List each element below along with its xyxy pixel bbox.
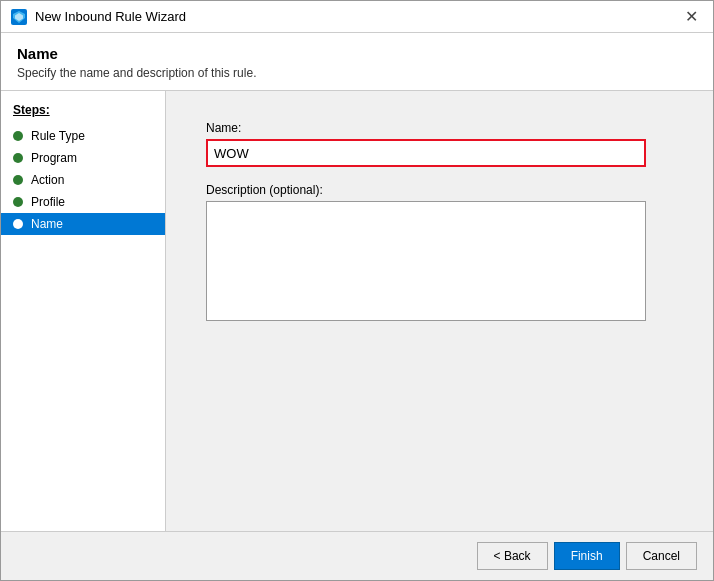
step-dot-name bbox=[13, 219, 23, 229]
title-bar: New Inbound Rule Wizard ✕ bbox=[1, 1, 713, 33]
finish-button[interactable]: Finish bbox=[554, 542, 620, 570]
wizard-window: New Inbound Rule Wizard ✕ Name Specify t… bbox=[0, 0, 714, 581]
back-button[interactable]: < Back bbox=[477, 542, 548, 570]
cancel-button[interactable]: Cancel bbox=[626, 542, 697, 570]
main-area: Steps: Rule Type Program Action Profile … bbox=[1, 91, 713, 531]
description-label: Description (optional): bbox=[206, 183, 673, 197]
form-panel: Name: Description (optional): bbox=[166, 91, 713, 531]
step-dot-rule-type bbox=[13, 131, 23, 141]
title-bar-text: New Inbound Rule Wizard bbox=[35, 9, 677, 24]
step-dot-profile bbox=[13, 197, 23, 207]
sidebar-item-profile[interactable]: Profile bbox=[1, 191, 165, 213]
header-section: Name Specify the name and description of… bbox=[1, 33, 713, 91]
sidebar-item-label: Action bbox=[31, 173, 64, 187]
sidebar-item-label: Name bbox=[31, 217, 63, 231]
name-label: Name: bbox=[206, 121, 673, 135]
sidebar-item-name[interactable]: Name bbox=[1, 213, 165, 235]
page-subtitle: Specify the name and description of this… bbox=[17, 66, 697, 80]
description-input[interactable] bbox=[206, 201, 646, 321]
sidebar-item-label: Program bbox=[31, 151, 77, 165]
sidebar-item-label: Rule Type bbox=[31, 129, 85, 143]
page-title: Name bbox=[17, 45, 697, 62]
sidebar-item-rule-type[interactable]: Rule Type bbox=[1, 125, 165, 147]
window-icon bbox=[9, 7, 29, 27]
steps-label: Steps: bbox=[1, 103, 165, 125]
close-button[interactable]: ✕ bbox=[677, 3, 705, 31]
name-input[interactable] bbox=[206, 139, 646, 167]
sidebar-item-label: Profile bbox=[31, 195, 65, 209]
sidebar: Steps: Rule Type Program Action Profile … bbox=[1, 91, 166, 531]
name-field-group: Name: bbox=[206, 121, 673, 167]
step-dot-action bbox=[13, 175, 23, 185]
step-dot-program bbox=[13, 153, 23, 163]
description-field-group: Description (optional): bbox=[206, 183, 673, 324]
sidebar-item-program[interactable]: Program bbox=[1, 147, 165, 169]
bottom-bar: < Back Finish Cancel bbox=[1, 531, 713, 580]
sidebar-item-action[interactable]: Action bbox=[1, 169, 165, 191]
